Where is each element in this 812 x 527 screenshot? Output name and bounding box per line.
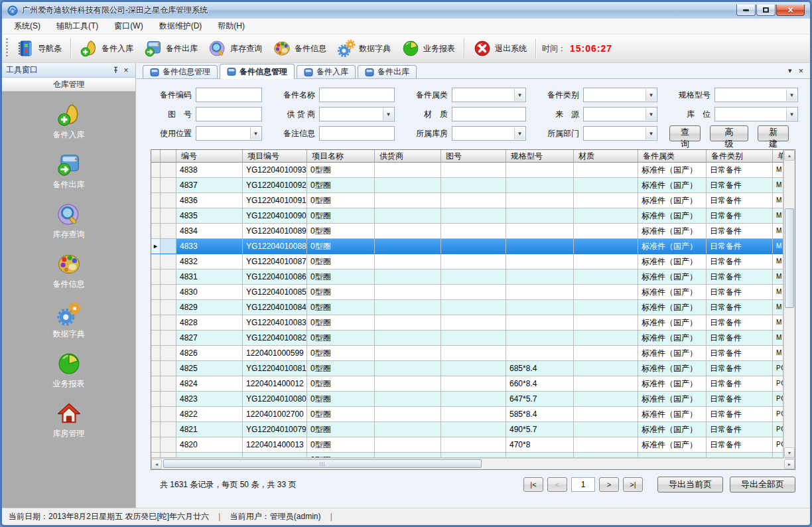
row-header-cell[interactable] (161, 269, 176, 285)
export-current-page-button[interactable]: 导出当前页 (657, 477, 723, 492)
table-row[interactable]: 4834YG122040100890型圈标准件（国产）日常备件M (151, 224, 783, 239)
tab[interactable]: 备件出库 (358, 65, 417, 78)
column-header[interactable]: 单位 (773, 150, 783, 163)
tab-active[interactable]: 备件信息管理 (220, 64, 295, 79)
table-row[interactable]: 482212204010027000型圈585*8.4标准件（国产）日常备件PC (151, 407, 783, 422)
sidebar-biz-report[interactable]: 业务报表 (2, 351, 135, 390)
first-page-button[interactable]: |< (523, 477, 543, 492)
scroll-up-icon[interactable]: ▲ (784, 150, 795, 161)
table-row[interactable]: 4837YG122040100920型圈标准件（国产）日常备件M (151, 178, 783, 193)
row-header-cell[interactable] (161, 224, 176, 239)
toolbar-data-dict[interactable]: 数据字典 (332, 37, 396, 60)
row-header-cell[interactable] (161, 285, 176, 300)
vertical-scroll-thumb[interactable] (785, 208, 794, 308)
table-row[interactable]: 4832YG122040100870型圈标准件（国产）日常备件M (151, 254, 783, 269)
search-location[interactable]: ▼ (714, 107, 798, 121)
row-header-cell[interactable] (161, 437, 176, 453)
row-header-cell[interactable] (161, 254, 176, 269)
column-header[interactable]: 备件类别 (707, 150, 773, 163)
pin-icon[interactable] (110, 66, 121, 74)
search-source[interactable]: ▼ (583, 107, 657, 121)
column-header[interactable]: 编号 (176, 150, 243, 163)
table-row[interactable]: 4829YG122040100840型圈标准件（国产）日常备件M (151, 300, 783, 315)
search-warehouse[interactable]: ▼ (452, 126, 526, 141)
row-header-cell[interactable] (161, 361, 176, 376)
sidebar-part-in[interactable]: 备件入库 (2, 102, 135, 141)
table-row[interactable]: ►4833YG122040100880型圈标准件（国产）日常备件M (151, 239, 783, 254)
tab-list-dropdown-icon[interactable]: ▾ (788, 66, 792, 75)
table-row[interactable]: 4836YG122040100910型圈标准件（国产）日常备件M (151, 193, 783, 208)
table-row[interactable]: 4823YG122040100800型圈647*5.7标准件（国产）日常备件PC (151, 392, 783, 407)
row-header-cell[interactable] (161, 193, 176, 208)
table-row[interactable]: 482612204010005990型圈标准件（国产）日常备件M (151, 346, 783, 361)
search-part-name[interactable] (319, 88, 395, 102)
menu-item[interactable]: 帮助(H) (210, 19, 253, 34)
search-material[interactable] (452, 107, 526, 121)
toolbar-part-info[interactable]: 备件信息 (267, 37, 332, 60)
search-part-category[interactable]: ▼ (452, 88, 526, 102)
row-header-cell[interactable] (161, 422, 176, 437)
row-header-cell[interactable] (161, 453, 176, 458)
row-header-cell[interactable] (161, 239, 176, 254)
page-number-input[interactable] (571, 477, 595, 492)
table-row[interactable]: 4825YG122040100810型圈685*8.4标准件（国产）日常备件PC (151, 361, 783, 376)
search-use-position[interactable]: ▼ (196, 126, 262, 141)
row-header-cell[interactable] (161, 178, 176, 193)
scroll-left-icon[interactable]: ◄ (151, 459, 162, 469)
sidebar-warehouse-mgmt[interactable]: 库房管理 (2, 401, 135, 439)
toolbar-navbar[interactable]: 导航条 (11, 37, 67, 60)
minimize-button[interactable] (736, 5, 756, 16)
vertical-scroll-track[interactable] (784, 161, 795, 447)
tab[interactable]: 备件信息管理 (143, 65, 218, 78)
column-header[interactable]: 图号 (441, 150, 506, 163)
close-button[interactable]: × (776, 5, 805, 16)
table-row[interactable]: 4830YG122040100850型圈标准件（国产）日常备件M (151, 285, 783, 300)
last-page-button[interactable]: >| (623, 477, 643, 492)
export-all-pages-button[interactable]: 导出全部页 (730, 477, 795, 492)
scroll-right-icon[interactable]: ► (784, 459, 795, 469)
vertical-scrollbar[interactable]: ▲ ▼ (783, 150, 795, 458)
row-header-cell[interactable] (161, 346, 176, 361)
table-row[interactable]: 0型圈 (151, 453, 783, 458)
toolbar-part-in[interactable]: 备件入库 (74, 37, 139, 60)
toolbar-grip[interactable] (6, 38, 8, 58)
column-header[interactable]: 备件属类 (638, 150, 707, 163)
search-department[interactable]: ▼ (583, 126, 657, 141)
sidebar-part-info[interactable]: 备件信息 (2, 252, 135, 290)
row-header-cell[interactable] (161, 208, 176, 224)
horizontal-scroll-thumb[interactable]: ||| (163, 459, 482, 468)
tool-window-close-icon[interactable]: × (121, 66, 131, 75)
toolbar-exit[interactable]: 退出系统 (468, 37, 532, 60)
table-row[interactable]: 4828YG122040100830型圈标准件（国产）日常备件M (151, 315, 783, 331)
row-header-cell[interactable] (161, 300, 176, 315)
row-header-cell[interactable] (161, 407, 176, 422)
prev-page-button[interactable]: < (547, 477, 567, 492)
menu-item[interactable]: 窗口(W) (106, 19, 151, 34)
menu-item[interactable]: 系统(S) (6, 19, 48, 34)
next-page-button[interactable]: > (599, 477, 619, 492)
search-spec-model[interactable]: ▼ (714, 88, 798, 102)
row-header-cell[interactable] (161, 331, 176, 346)
row-header-cell[interactable] (161, 315, 176, 331)
menu-item[interactable]: 辅助工具(T) (48, 19, 106, 34)
search-supplier[interactable]: ▼ (319, 107, 395, 121)
sidebar-part-out[interactable]: 备件出库 (2, 152, 135, 190)
search-part-type[interactable]: ▼ (583, 88, 657, 102)
tab-close-icon[interactable]: × (798, 66, 803, 76)
maximize-button[interactable] (756, 5, 776, 16)
menu-item[interactable]: 数据维护(D) (151, 19, 210, 34)
tab[interactable]: 备件入库 (297, 65, 356, 78)
sidebar-stock-query[interactable]: 库存查询 (2, 202, 135, 240)
scroll-down-icon[interactable]: ▼ (784, 447, 795, 458)
toolbar-biz-report[interactable]: 业务报表 (396, 37, 460, 60)
column-header[interactable]: 材质 (574, 150, 638, 163)
table-row[interactable]: 4831YG122040100860型圈标准件（国产）日常备件M (151, 269, 783, 285)
toolbar-part-out[interactable]: 备件出库 (139, 37, 203, 60)
advanced-query-button[interactable]: 高级查询 (710, 125, 748, 141)
sidebar-data-dict[interactable]: 数据字典 (2, 301, 135, 340)
column-header[interactable]: 供货商 (375, 150, 441, 163)
column-header[interactable]: 项目名称 (307, 150, 375, 163)
horizontal-scrollbar[interactable]: ◄ ||| ► (151, 458, 795, 469)
row-header-cell[interactable] (161, 392, 176, 407)
new-button[interactable]: 新建 (758, 125, 789, 141)
